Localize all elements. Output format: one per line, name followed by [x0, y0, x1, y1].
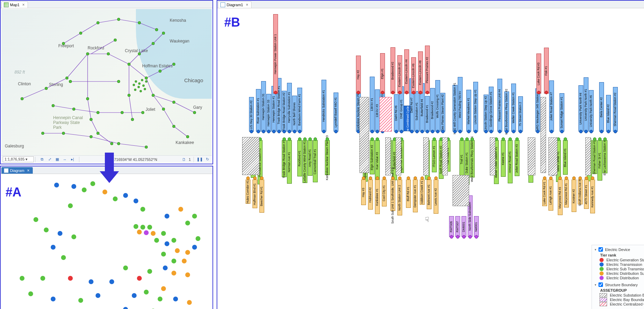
- zoom-tool-icon[interactable]: ⧉: [39, 156, 45, 163]
- diagram-box[interactable]: Lyondell Basell MIO #1: [334, 93, 338, 132]
- diagram-box[interactable]: Hay #3: [361, 180, 366, 205]
- diagram-point[interactable]: [420, 176, 424, 180]
- diagram-box[interactable]: Fisk #1: [544, 48, 549, 94]
- diagram-box[interactable]: 138 kV #3: [375, 89, 380, 132]
- diagram-point[interactable]: [398, 91, 402, 94]
- substation-boundary[interactable]: [548, 137, 557, 175]
- tab-diagram-small[interactable]: Diagram ×: [1, 167, 33, 174]
- diagram-point[interactable]: [426, 130, 429, 133]
- diagram-box[interactable]: Sherman Road Station #1: [592, 140, 597, 174]
- diagram-point[interactable]: [298, 137, 301, 141]
- diagram-point[interactable]: [427, 176, 431, 180]
- diagram-point[interactable]: [376, 137, 379, 141]
- diagram-point[interactable]: [322, 130, 326, 133]
- diagram-point[interactable]: [515, 137, 519, 141]
- diagram-point[interactable]: [357, 91, 360, 94]
- legend-item[interactable]: Electric Centralized Generation: [600, 302, 644, 306]
- tab-diagram1[interactable]: Diagram1 ×: [218, 1, 251, 8]
- diagram-box[interactable]: Diehl Rd #6: [394, 94, 399, 132]
- diagram-point[interactable]: [474, 130, 477, 133]
- legend-checkbox-electric-device[interactable]: [598, 247, 603, 252]
- close-icon[interactable]: ×: [27, 168, 30, 173]
- diagram-box[interactable]: Pleasant Prairies Unit #4: [497, 79, 502, 132]
- close-icon[interactable]: ×: [22, 2, 25, 7]
- diagram-point[interactable]: [412, 91, 415, 94]
- diagram-box[interactable]: Rockford #1: [297, 140, 302, 176]
- diagram-box[interactable]: Beecher Rd #1: [259, 180, 264, 213]
- diagram-box[interactable]: Belmont Ave #1: [427, 180, 432, 209]
- play-forward-icon[interactable]: ▸|: [69, 156, 76, 163]
- diagram-box[interactable]: Braidwood #2: [430, 88, 435, 132]
- diagram-point[interactable]: [407, 176, 410, 180]
- diagram-point[interactable]: [433, 137, 436, 141]
- diagram-box[interactable]: Blue Island #1: [563, 140, 568, 175]
- substation-boundary[interactable]: [423, 137, 429, 175]
- diagram-main-canvas[interactable]: #B US Hwy 30 Station #2River Substation …: [218, 9, 644, 309]
- diagram-box[interactable]: University Park North #6: [589, 90, 594, 132]
- diagram-box[interactable]: Hules Corridor #1: [246, 180, 250, 204]
- diagram-box[interactable]: Hennepin Station 31: [261, 81, 266, 132]
- diagram-point[interactable]: [274, 91, 277, 94]
- diagram-box[interactable]: South Sub Unit 1 Southside, Unit 1 Bus 1…: [390, 180, 395, 211]
- diagram-point[interactable]: [267, 130, 270, 133]
- diagram-box[interactable]: Kankakee #1: [375, 180, 380, 214]
- diagram-point[interactable]: [262, 130, 265, 133]
- diagram-point[interactable]: [293, 130, 296, 133]
- diagram-point[interactable]: [450, 235, 453, 239]
- diagram-box[interactable]: NRG Will County Generation Station #1: [453, 85, 457, 132]
- diagram-point[interactable]: [431, 130, 434, 133]
- diagram-point[interactable]: [614, 130, 617, 133]
- scale-select[interactable]: 1:1,876,935 ▾: [3, 156, 34, 162]
- legend-group-structure-boundary[interactable]: ▾ Structure Boundary: [595, 282, 644, 287]
- diagram-box[interactable]: Norman Ave #1: [287, 140, 292, 184]
- arrow-tool-icon[interactable]: ↔: [62, 156, 68, 163]
- diagram-box[interactable]: Elgin Substation #2: [370, 140, 375, 174]
- diagram-point[interactable]: [362, 176, 365, 180]
- substation-boundary[interactable]: [396, 137, 401, 175]
- centralized-generation-boundary[interactable]: [379, 97, 392, 132]
- diagram-point[interactable]: [502, 137, 505, 141]
- diagram-box[interactable]: RMT007: [455, 216, 460, 237]
- diagram-point[interactable]: [334, 130, 338, 133]
- diagram-point[interactable]: [572, 176, 576, 180]
- diagram-point[interactable]: [419, 91, 422, 94]
- diagram-point[interactable]: [593, 137, 596, 141]
- diagram-box[interactable]: Kankakee Nuclear Steam Plant #3: [325, 140, 330, 175]
- diagram-box[interactable]: West Pauling 765 kV: [458, 77, 463, 132]
- diagram-point[interactable]: [607, 130, 610, 133]
- diagram-point[interactable]: [550, 130, 553, 133]
- diagram-point[interactable]: [283, 137, 286, 141]
- diagram-box[interactable]: Goodings Grove Station #1: [489, 87, 494, 132]
- diagram-box[interactable]: North Bell Shores: [292, 96, 297, 132]
- diagram-box[interactable]: Fisher St #1: [597, 140, 602, 181]
- legend-item[interactable]: Electric Transmission: [600, 262, 644, 267]
- pause-icon[interactable]: ❚❚: [197, 156, 203, 163]
- diagram-box[interactable]: Hendricks Substation #1: [321, 80, 326, 132]
- diagram-box[interactable]: 138 kV #1: [370, 77, 375, 132]
- diagram-point[interactable]: [484, 130, 488, 133]
- diagram-box[interactable]: Marycrest Rd #3: [558, 180, 563, 215]
- diagram-point[interactable]: [420, 130, 424, 133]
- diagram-box[interactable]: Erie Lackawanna Station #1: [603, 140, 607, 173]
- diagram-box[interactable]: Joliet Road Station #3: [515, 140, 519, 176]
- diagram-box[interactable]: Bluff Rd #1: [406, 180, 411, 208]
- diagram-point[interactable]: [370, 137, 374, 141]
- substation-boundary[interactable]: [585, 137, 591, 175]
- substation-boundary[interactable]: [385, 137, 391, 175]
- diagram-box[interactable]: South Indiana Ave #1: [578, 180, 583, 204]
- diagram-point[interactable]: [308, 137, 312, 141]
- substation-boundary[interactable]: [453, 175, 469, 206]
- legend-item[interactable]: Electric Bay Boundary: [600, 298, 644, 302]
- diagram-point[interactable]: [584, 130, 588, 133]
- diagram-point[interactable]: [298, 130, 301, 133]
- diagram-point[interactable]: [549, 176, 553, 180]
- diagram-box[interactable]: Keene #1: [501, 140, 506, 177]
- diagram-point[interactable]: [395, 130, 398, 133]
- diagram-box[interactable]: Addison Creek #1: [420, 180, 425, 205]
- substation-boundary[interactable]: [541, 97, 546, 173]
- diagram-point[interactable]: [326, 137, 329, 141]
- diagram-point[interactable]: [465, 137, 469, 141]
- diagram-box[interactable]: Des Plaines Steam Plant #2: [440, 93, 445, 132]
- diagram-point[interactable]: [489, 130, 493, 133]
- quicklook-icon[interactable]: 🗋: [181, 156, 187, 163]
